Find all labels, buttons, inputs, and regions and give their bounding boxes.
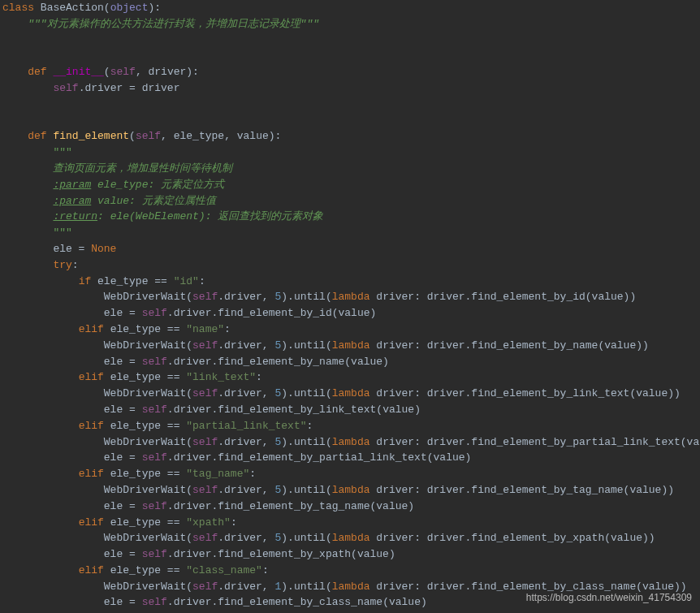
- keyword-elif: elif: [79, 564, 104, 576]
- param-driver: driver: [149, 66, 187, 78]
- str-plink: "partial_link_text": [186, 420, 306, 432]
- keyword-if: if: [79, 275, 92, 287]
- keyword-elif: elif: [79, 323, 104, 335]
- none-literal: None: [91, 243, 116, 255]
- docstring-close: """: [53, 227, 71, 239]
- keyword-def: def: [28, 66, 46, 78]
- param-tag: :param: [53, 179, 91, 191]
- class-docstring: """对元素操作的公共方法进行封装，并增加日志记录处理""": [28, 18, 319, 30]
- builtin-object: object: [110, 2, 149, 14]
- watermark: https://blog.csdn.net/weixin_41754309: [526, 590, 692, 607]
- self-ref: self: [53, 82, 78, 94]
- keyword-try: try: [53, 259, 71, 271]
- code-block: class BaseAction(object): """对元素操作的公共方法进…: [0, 0, 700, 613]
- param-self: self: [136, 130, 161, 142]
- return-tag: :return: [53, 210, 97, 222]
- str-tag: "tag_name": [186, 468, 249, 480]
- param-desc: value: 元素定位属性值: [91, 195, 215, 207]
- keyword-def: def: [28, 130, 46, 142]
- str-link: "link_text": [186, 371, 256, 383]
- docstring-open: """: [53, 146, 71, 158]
- docstring-desc: 查询页面元素，增加显性时间等待机制: [53, 162, 232, 175]
- param-desc: ele_type: 元素定位方式: [91, 179, 224, 191]
- str-class: "class_name": [186, 564, 262, 576]
- param-tag: :param: [53, 195, 91, 207]
- str-xpath: "xpath": [186, 516, 231, 529]
- keyword-elif: elif: [79, 516, 104, 529]
- class-name: BaseAction: [41, 2, 104, 14]
- keyword-elif: elif: [79, 420, 104, 432]
- param-value: value: [237, 130, 269, 142]
- param-self: self: [110, 66, 136, 78]
- keyword-class: class: [2, 2, 34, 14]
- keyword-elif: elif: [79, 468, 104, 480]
- return-desc: : ele(WebElement): 返回查找到的元素对象: [97, 210, 323, 222]
- str-id: "id": [174, 275, 199, 287]
- str-name: "name": [186, 323, 224, 335]
- param-ele-type: ele_type: [174, 130, 224, 142]
- fn-find-element: find_element: [53, 130, 129, 142]
- fn-init: __init__: [53, 66, 103, 78]
- keyword-elif: elif: [79, 371, 104, 383]
